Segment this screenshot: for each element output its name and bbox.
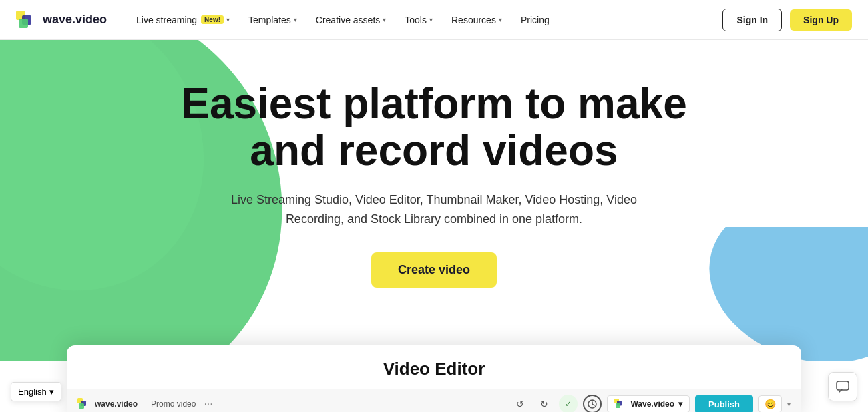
wave-dropdown-chevron: ▾ [678,399,682,409]
nav-templates[interactable]: Templates ▾ [240,9,305,31]
tools-chevron-icon: ▾ [429,16,433,23]
svg-rect-16 [837,381,849,390]
hero-content: Easiest platform to make and record vide… [0,40,868,288]
hero-section: Easiest platform to make and record vide… [0,40,868,412]
logo[interactable]: wave.video [16,11,107,29]
nav-actions: Sign In Sign Up [722,9,852,31]
editor-toolbar: wave.video Promo video ··· ↺ ↻ ✓ [67,389,801,412]
editor-logo-icon [77,398,91,410]
svg-line-11 [592,404,594,405]
nav-links: Live streaming New! ▾ Templates ▾ Creati… [128,9,722,31]
publish-button[interactable]: Publish [695,395,753,413]
emoji-button[interactable]: 😊 [758,395,782,412]
nav-resources[interactable]: Resources ▾ [443,9,510,31]
creative-assets-chevron-icon: ▾ [383,16,386,23]
language-selector[interactable]: English ▾ [11,382,61,401]
language-chevron-icon: ▾ [49,387,54,397]
editor-more-options[interactable]: ··· [204,398,212,410]
resources-chevron-icon: ▾ [499,16,502,23]
emoji-chevron-icon: ▾ [787,401,791,408]
editor-section-title: Video Editor [67,345,801,389]
create-video-button[interactable]: Create video [371,252,497,288]
editor-controls: ↺ ↻ ✓ Wave. [511,395,791,412]
check-icon: ✓ [559,395,578,412]
timer-icon [583,395,602,412]
redo-button[interactable]: ↻ [535,395,554,412]
svg-rect-15 [616,403,620,408]
logo-icon [16,11,37,29]
nav-pricing[interactable]: Pricing [513,9,558,31]
svg-rect-8 [79,403,84,409]
editor-filename: Promo video [151,399,196,409]
navbar: wave.video Live streaming New! ▾ Templat… [0,0,868,40]
editor-logo: wave.video [77,398,138,410]
nav-live-streaming[interactable]: Live streaming New! ▾ [128,9,238,31]
wave-dropdown-logo [614,399,626,409]
live-streaming-chevron-icon: ▾ [226,16,230,23]
brand-name: wave.video [43,13,107,27]
nav-creative-assets[interactable]: Creative assets ▾ [308,9,394,31]
chat-bubble-button[interactable] [828,372,857,401]
hero-title: Easiest platform to make and record vide… [134,80,734,174]
wave-dropdown[interactable]: Wave.video ▾ [607,395,690,412]
chat-icon [835,379,850,394]
editor-logo-text: wave.video [95,399,138,409]
svg-rect-2 [19,19,28,28]
hero-subtitle: Live Streaming Studio, Video Editor, Thu… [220,190,648,229]
signup-button[interactable]: Sign Up [790,9,852,31]
language-label: English [18,387,47,397]
templates-chevron-icon: ▾ [294,16,297,23]
editor-preview: Video Editor wave.video Promo video ··· … [67,345,801,412]
signin-button[interactable]: Sign In [722,9,782,31]
svg-point-12 [592,400,593,401]
nav-tools[interactable]: Tools ▾ [397,9,441,31]
new-badge: New! [201,15,224,24]
undo-button[interactable]: ↺ [511,395,529,412]
